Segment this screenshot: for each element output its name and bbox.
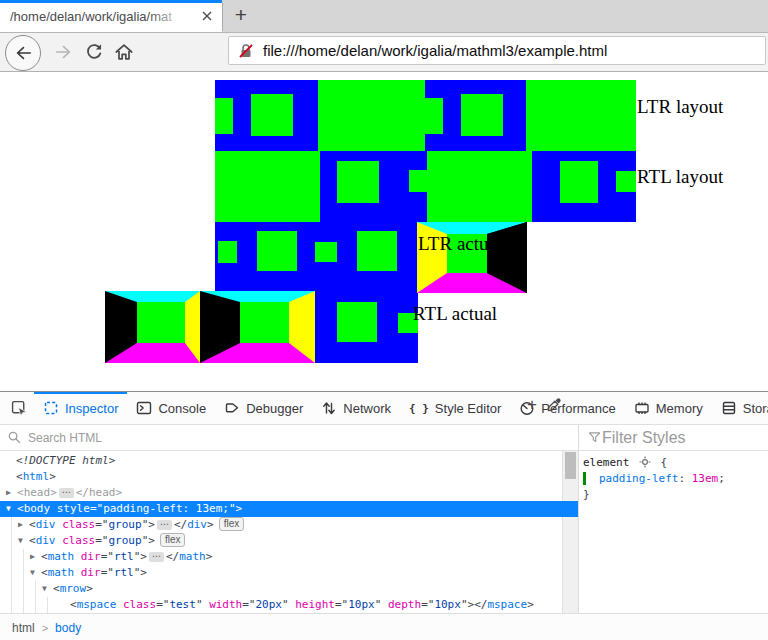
markup-text: =": [335, 598, 348, 611]
ellipsis-badge[interactable]: ⋯: [149, 552, 164, 562]
markup-row[interactable]: ▶<div class="group">⋯</div>flex: [0, 517, 578, 533]
tab-console[interactable]: Console: [127, 392, 215, 424]
markup-text: <: [41, 566, 48, 579]
rule-selector-line[interactable]: element {: [583, 455, 667, 471]
markup-text: class: [123, 598, 156, 611]
collapse-arrow-icon[interactable]: ▼: [30, 565, 35, 581]
expand-arrow-icon[interactable]: ▶: [6, 485, 11, 501]
tab-label: Memory: [656, 401, 703, 416]
tab-debugger[interactable]: Debugger: [215, 392, 312, 424]
tab-memory[interactable]: Memory: [625, 392, 712, 424]
add-node-button[interactable]: +: [522, 395, 542, 415]
page-label: RTL actual: [413, 303, 497, 325]
tab-close-button[interactable]: [199, 8, 215, 24]
markup-row[interactable]: ▶<math dir="rtl">⋯</math>: [0, 549, 578, 565]
markup-text: ">: [461, 598, 474, 611]
markup-text: >: [207, 518, 214, 531]
markup-text: class: [62, 518, 95, 531]
insecure-lock-icon[interactable]: [238, 43, 254, 59]
search-html-input[interactable]: Search HTML: [0, 425, 578, 451]
markup-text: math: [48, 550, 75, 563]
debugger-icon: [224, 400, 240, 416]
eyedropper-button[interactable]: [546, 396, 563, 417]
markup-text: rtl: [114, 550, 134, 563]
markup-text: group: [109, 518, 142, 531]
browser-window: /home/delan/work/igalia/mat +: [0, 0, 768, 640]
url-bar[interactable]: file:///home/delan/work/igalia/mathml3/e…: [228, 36, 766, 65]
expand-arrow-icon[interactable]: ▶: [30, 549, 35, 565]
property-semicolon: ;: [718, 472, 725, 485]
ellipsis-badge[interactable]: ⋯: [59, 488, 74, 498]
breadcrumb-item-html[interactable]: html: [12, 621, 35, 635]
browser-tab[interactable]: /home/delan/work/igalia/mat: [0, 0, 222, 32]
property-value: 13em: [692, 472, 719, 485]
markup-text: </: [166, 550, 179, 563]
home-icon: [114, 42, 134, 62]
markup-row[interactable]: <html>: [0, 469, 578, 485]
forward-button[interactable]: [47, 35, 81, 69]
search-placeholder: Search HTML: [28, 431, 102, 445]
collapse-arrow-icon[interactable]: ▼: [18, 533, 23, 549]
markup-text: 20px: [256, 598, 283, 611]
new-tab-button[interactable]: +: [226, 0, 256, 31]
markup-text: 10px: [348, 598, 375, 611]
markup-text: ": [282, 598, 295, 611]
flex-badge[interactable]: flex: [219, 517, 245, 531]
markup-text: body: [24, 502, 51, 515]
markup-text: style: [57, 502, 90, 515]
page-label: LTR layout: [637, 96, 723, 118]
collapse-arrow-icon[interactable]: ▼: [6, 501, 11, 517]
markup-text: width: [209, 598, 242, 611]
flex-badge[interactable]: flex: [160, 533, 186, 547]
markup-text: [116, 598, 123, 611]
markup-text: =": [95, 534, 108, 547]
markup-text: <: [70, 598, 77, 611]
memory-icon: [634, 400, 650, 416]
ellipsis-badge[interactable]: ⋯: [157, 520, 172, 530]
reload-icon: [84, 42, 104, 62]
rule-property-line[interactable]: padding-left: 13em;: [599, 471, 725, 487]
markup-text: math: [179, 550, 206, 563]
markup-text: >: [49, 470, 56, 483]
expand-arrow-icon[interactable]: ▶: [18, 517, 23, 533]
markup-row[interactable]: ▼<mrow>: [0, 581, 578, 597]
markup-row[interactable]: ▼<div class="group">flex: [0, 533, 578, 549]
tab-style-editor[interactable]: { } Style Editor: [400, 392, 510, 424]
markup-text: </: [174, 518, 187, 531]
highlight-target-icon[interactable]: [639, 456, 651, 468]
markup-text: <: [17, 502, 24, 515]
markup-text: =": [90, 502, 103, 515]
breadcrumb-item-body[interactable]: body: [55, 621, 81, 635]
markup-text: ": [375, 598, 388, 611]
markup-row[interactable]: ▼<math dir="rtl">: [0, 565, 578, 581]
markup-text: >: [86, 582, 93, 595]
markup-text: >: [527, 598, 534, 611]
markup-text: div: [187, 518, 207, 531]
devtools-toolbar: Inspector Console Debugger: [0, 392, 768, 425]
tab-inspector[interactable]: Inspector: [34, 392, 127, 424]
markup-row[interactable]: <mspace class="test" width="20px" height…: [0, 597, 578, 613]
test-rect: [409, 170, 427, 192]
markup-row[interactable]: ▼<body style="padding-left: 13em;">: [0, 501, 578, 517]
tab-label: Stora: [743, 401, 768, 416]
markup-row[interactable]: <!DOCTYPE html>: [0, 453, 578, 469]
reload-button[interactable]: [77, 35, 111, 69]
home-button[interactable]: [107, 35, 141, 69]
filter-styles-input[interactable]: Filter Styles: [579, 425, 768, 451]
markup-text: head: [24, 486, 51, 499]
rules-view: element { padding-left: 13em; }: [579, 451, 768, 613]
tab-network[interactable]: Network: [312, 392, 400, 424]
collapse-arrow-icon[interactable]: ▼: [42, 581, 47, 597]
test-rect: [616, 171, 636, 192]
test-rect: [318, 80, 425, 151]
markup-text: =": [156, 598, 169, 611]
markup-text: ">: [142, 518, 155, 531]
node-picker-button[interactable]: [4, 392, 34, 424]
back-button[interactable]: [5, 35, 41, 71]
test-rect: [215, 98, 233, 134]
tab-storage[interactable]: Stora: [712, 392, 768, 424]
property-name: padding-left: [599, 472, 678, 485]
filter-placeholder: Filter Styles: [602, 429, 686, 447]
markup-row[interactable]: ▶<head>⋯</head>: [0, 485, 578, 501]
page-content: LTR layoutRTL layoutLTR actualRTL actual: [0, 72, 768, 391]
